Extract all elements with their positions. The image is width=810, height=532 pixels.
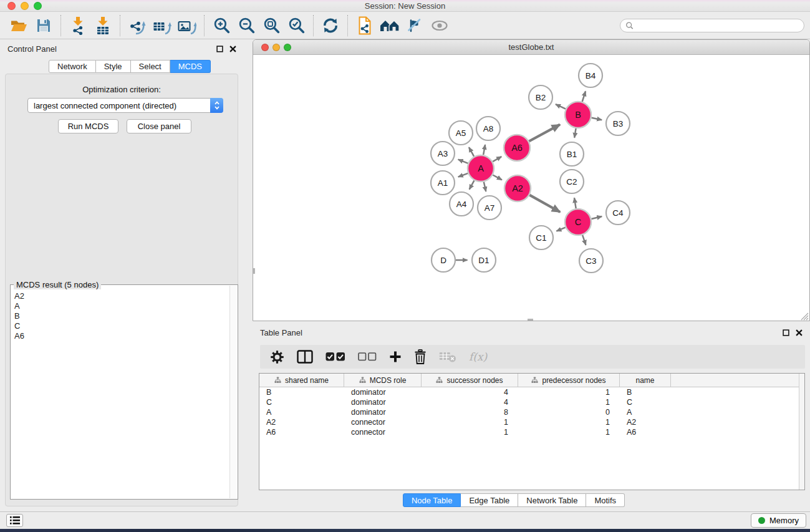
show-all-networks-button[interactable]: [377, 14, 402, 37]
refresh-view-button[interactable]: [318, 14, 343, 37]
export-network-button[interactable]: [125, 14, 150, 37]
column-header-name[interactable]: name: [620, 374, 671, 387]
export-image-button[interactable]: [175, 14, 200, 37]
delete-rows-button[interactable]: [414, 349, 427, 364]
import-network-button[interactable]: [65, 14, 90, 37]
zoom-fit-button[interactable]: [259, 14, 284, 37]
close-window-button[interactable]: [7, 2, 16, 10]
table-row[interactable]: A2connector11A2: [259, 417, 804, 427]
close-network-window-button[interactable]: [261, 44, 269, 51]
delete-table-button[interactable]: [439, 351, 456, 363]
graph-edge-C-C4[interactable]: [591, 216, 602, 219]
tab-network-table[interactable]: Network Table: [518, 493, 586, 507]
graph-node-B[interactable]: B: [565, 102, 591, 128]
graph-edge-A6-B[interactable]: [529, 125, 560, 142]
tab-style[interactable]: Style: [96, 60, 131, 73]
graph-node-B2[interactable]: B2: [529, 85, 552, 109]
run-mcds-button[interactable]: Run MCDS: [58, 119, 118, 133]
graph-node-A7[interactable]: A7: [478, 196, 501, 220]
table-row[interactable]: A6connector11A6: [259, 427, 804, 437]
graph-node-C1[interactable]: C1: [529, 226, 553, 249]
list-item[interactable]: A6: [11, 331, 229, 341]
tab-edge-table[interactable]: Edge Table: [461, 493, 518, 507]
list-item[interactable]: C: [11, 321, 229, 331]
table-row[interactable]: Cdominator41C: [259, 397, 804, 407]
function-builder-button[interactable]: f(x): [469, 351, 487, 363]
memory-button[interactable]: Memory: [751, 513, 806, 528]
graph-node-A6[interactable]: A6: [504, 135, 530, 161]
graph-node-D1[interactable]: D1: [472, 248, 496, 272]
graph-edge-A-A5[interactable]: [469, 147, 474, 157]
table-row[interactable]: Bdominator41B: [259, 387, 804, 397]
table-row[interactable]: Adominator80A: [259, 407, 804, 417]
table-options-button[interactable]: [270, 350, 284, 364]
zoom-network-window-button[interactable]: [284, 44, 291, 51]
search-input[interactable]: [637, 21, 799, 30]
graph-edge-A-A6[interactable]: [493, 157, 501, 162]
close-panel-button[interactable]: Close panel: [127, 119, 191, 133]
graph-edge-A-A3[interactable]: [458, 160, 468, 163]
deselect-all-rows-button[interactable]: [358, 352, 377, 361]
zoom-out-button[interactable]: [234, 14, 259, 37]
graph-edge-A-A2[interactable]: [493, 175, 502, 180]
graph-node-A2[interactable]: A2: [504, 175, 531, 201]
close-panel-icon[interactable]: [229, 46, 236, 52]
add-row-button[interactable]: [389, 351, 402, 363]
network-canvas[interactable]: AA1A2A3A4A5A6A7A8BB1B2B3B4CC1C2C3C4DD1: [253, 55, 809, 321]
hide-selected-button[interactable]: [402, 14, 427, 37]
save-session-button[interactable]: [31, 14, 56, 37]
graph-node-C4[interactable]: C4: [606, 201, 630, 225]
zoom-selected-button[interactable]: [284, 14, 309, 37]
graph-node-A8[interactable]: A8: [476, 117, 500, 140]
show-hidden-button[interactable]: [427, 14, 452, 37]
column-header-MCDS-role[interactable]: MCDS role: [344, 374, 422, 387]
open-file-button[interactable]: [6, 14, 31, 37]
graph-edge-A-A7[interactable]: [484, 182, 486, 192]
criterion-dropdown[interactable]: largest connected component (directed): [27, 98, 223, 113]
graph-node-A5[interactable]: A5: [449, 121, 473, 145]
graph-edge-B-B2[interactable]: [556, 104, 566, 109]
minimize-window-button[interactable]: [21, 2, 29, 10]
zoom-window-button[interactable]: [34, 2, 42, 10]
search-field[interactable]: [620, 19, 804, 32]
export-table-button[interactable]: [150, 14, 175, 37]
tab-node-table[interactable]: Node Table: [403, 493, 461, 507]
graph-node-C2[interactable]: C2: [560, 170, 584, 193]
tab-motifs[interactable]: Motifs: [586, 493, 625, 507]
graph-node-C3[interactable]: C3: [579, 249, 603, 273]
graph-node-B3[interactable]: B3: [606, 112, 630, 135]
table-scrollbar[interactable]: [799, 374, 804, 490]
column-visibility-button[interactable]: [297, 350, 313, 364]
graph-node-C[interactable]: C: [565, 209, 591, 235]
tab-mcds[interactable]: MCDS: [170, 60, 211, 73]
graph-node-D[interactable]: D: [432, 248, 455, 272]
column-header-successor-nodes[interactable]: successor nodes: [422, 374, 518, 387]
import-table-button[interactable]: [90, 14, 115, 37]
graph-edge-B-B3[interactable]: [592, 118, 602, 120]
graph-edge-C-C1[interactable]: [556, 228, 565, 231]
graph-edge-A-A8[interactable]: [483, 145, 485, 155]
list-item[interactable]: A: [11, 301, 229, 311]
graph-edge-A2-C[interactable]: [529, 195, 560, 212]
minimize-network-window-button[interactable]: [272, 44, 280, 51]
graph-node-A[interactable]: A: [468, 155, 494, 181]
column-header-shared-name[interactable]: shared name: [259, 374, 344, 387]
column-header-predecessor-nodes[interactable]: predecessor nodes: [518, 374, 620, 387]
tab-network[interactable]: Network: [49, 60, 96, 73]
graph-edge-C-C2[interactable]: [574, 198, 576, 208]
close-table-panel-icon[interactable]: [796, 329, 803, 336]
result-scrollbar[interactable]: [229, 286, 237, 498]
graph-node-B4[interactable]: B4: [579, 64, 602, 87]
graph-node-A4[interactable]: A4: [450, 192, 473, 216]
graph-edge-B-B1[interactable]: [574, 128, 576, 138]
graph-node-A3[interactable]: A3: [431, 142, 455, 165]
select-all-rows-button[interactable]: [325, 352, 345, 362]
zoom-in-button[interactable]: [209, 14, 234, 37]
graph-edge-A-A4[interactable]: [470, 180, 475, 189]
graph-node-B1[interactable]: B1: [560, 142, 584, 166]
list-item[interactable]: B: [11, 311, 229, 321]
tab-select[interactable]: Select: [131, 60, 170, 73]
graph-node-A1[interactable]: A1: [431, 171, 455, 195]
list-item[interactable]: A2: [11, 291, 229, 301]
graph-edge-A-A1[interactable]: [458, 173, 468, 177]
